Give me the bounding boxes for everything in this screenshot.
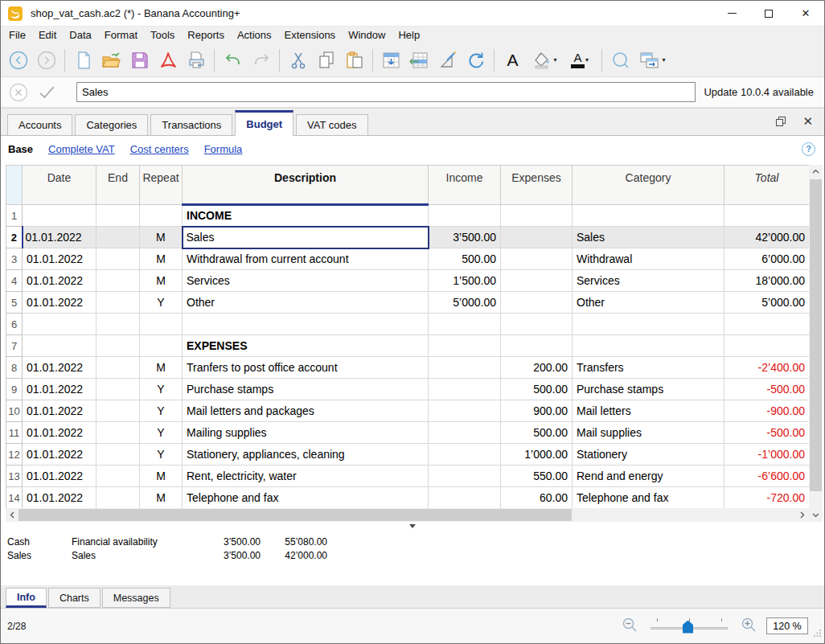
back-icon[interactable] [4,47,32,74]
fill-color-icon[interactable]: ▾ [527,47,562,74]
close-panel-icon[interactable]: ✕ [802,115,813,127]
scroll-right-icon[interactable] [796,508,809,522]
scroll-up-icon[interactable] [809,165,823,178]
cell-desc[interactable]: Rent, electricity, water [183,466,429,487]
cell-repeat[interactable]: M [140,248,183,270]
accept-icon[interactable] [36,82,57,103]
cell-income[interactable]: 3’500.00 [429,227,501,248]
cell-income[interactable]: 5’000.00 [429,292,501,314]
cell-end[interactable] [96,248,140,270]
zoom-out-icon[interactable] [622,617,638,636]
help-icon[interactable]: ? [802,142,815,156]
cell-num[interactable]: 14 [6,487,23,509]
cell-category[interactable]: Rend and energy [573,466,724,487]
cell-total[interactable]: 5’000.00 [724,292,810,314]
cell-date[interactable]: 01.01.2022 [23,357,96,379]
cell-category[interactable]: Transfers [573,357,724,379]
menu-item-file[interactable]: File [2,27,32,43]
subtab-base[interactable]: Base [8,143,33,155]
cell-category[interactable] [573,314,724,335]
cell-income[interactable]: 1’500.00 [429,270,501,292]
subtab-cost-centers[interactable]: Cost centers [130,143,189,155]
cell-total[interactable]: 6’000.00 [724,248,810,270]
cell-expenses[interactable]: 500.00 [501,422,573,444]
column-header-end[interactable]: End [96,166,140,205]
cell-end[interactable] [96,400,140,422]
table-row[interactable]: 1401.01.2022MTelephone and fax60.00Telep… [6,487,810,509]
column-header-expenses[interactable]: Expenses [501,166,573,205]
cell-income[interactable] [429,205,501,227]
cell-category[interactable]: Sales [573,227,724,248]
new-file-icon[interactable] [69,47,97,74]
cell-end[interactable] [96,357,140,379]
cell-total[interactable]: -900.00 [724,400,810,422]
menu-item-tools[interactable]: Tools [144,27,181,43]
cell-income[interactable] [429,335,501,357]
cell-expenses[interactable] [501,270,573,292]
zoom-value[interactable]: 120 % [766,617,808,634]
cell-end[interactable] [96,444,140,466]
panel-splitter[interactable] [1,522,824,530]
cell-repeat[interactable]: Y [140,422,183,444]
cell-num[interactable]: 13 [6,466,23,487]
menu-item-data[interactable]: Data [63,27,97,43]
cell-end[interactable] [96,335,140,357]
cell-category[interactable]: Other [573,292,724,314]
cell-expenses[interactable]: 60.00 [501,487,573,509]
column-header-date[interactable]: Date [23,166,96,205]
cell-edit-input[interactable] [76,82,696,102]
cell-expenses[interactable] [501,205,573,227]
vertical-scroll-thumb[interactable] [810,179,822,491]
table-row[interactable]: 6 [6,314,810,335]
cell-repeat[interactable]: Y [140,400,183,422]
search-icon[interactable] [606,47,634,74]
window-panels-icon[interactable]: ▾ [634,47,670,74]
table-row[interactable]: 401.01.2022MServices1’500.00Services18’0… [6,270,810,292]
cell-repeat[interactable]: M [140,270,183,292]
cell-desc[interactable]: Purchase stamps [183,379,429,400]
table-row[interactable]: 501.01.2022YOther5’000.00Other5’000.00 [6,292,810,314]
cell-desc[interactable] [183,314,429,335]
cell-category[interactable] [573,205,724,227]
cell-total[interactable] [724,314,810,335]
cell-expenses[interactable] [501,335,573,357]
cell-end[interactable] [96,466,140,487]
cell-desc[interactable]: Mail letters and packages [183,400,429,422]
tab-accounts[interactable]: Accounts [7,114,72,135]
cell-num[interactable]: 6 [6,314,23,335]
cell-num[interactable]: 2 [6,227,23,248]
tab-budget[interactable]: Budget [235,110,293,136]
cell-income[interactable] [429,466,501,487]
cell-income[interactable] [429,357,501,379]
cell-date[interactable]: 01.01.2022 [23,466,96,487]
float-panel-icon[interactable] [776,117,786,126]
cell-desc[interactable]: Stationery, appliances, cleaning [183,444,429,466]
cell-repeat[interactable]: M [140,227,183,248]
cell-end[interactable] [96,205,140,227]
cell-end[interactable] [96,422,140,444]
cell-date[interactable] [23,335,96,357]
menu-item-reports[interactable]: Reports [181,27,231,43]
menu-item-format[interactable]: Format [98,27,144,43]
cell-expenses[interactable]: 550.00 [501,466,573,487]
print-icon[interactable] [182,47,210,74]
table-row[interactable]: 1001.01.2022YMail letters and packages90… [6,400,810,422]
cell-end[interactable] [96,227,140,248]
cell-income[interactable] [429,400,501,422]
cell-desc[interactable]: Withdrawal from current account [183,248,429,270]
cell-num[interactable]: 1 [6,205,23,227]
cell-date[interactable]: 01.01.2022 [23,227,96,248]
table-row[interactable]: 1INCOME [6,205,810,227]
cell-end[interactable] [96,270,140,292]
column-header-repeat[interactable]: Repeat [140,166,183,205]
table-insert-rows-icon[interactable] [377,47,405,74]
text-color-icon[interactable]: A▾ [562,47,597,74]
cell-total[interactable]: -6’600.00 [724,466,810,487]
table-row[interactable]: 901.01.2022YPurchase stamps500.00Purchas… [6,379,810,400]
cell-total[interactable]: -720.00 [724,487,810,509]
cell-category[interactable]: Services [573,270,724,292]
save-icon[interactable] [125,47,154,74]
cell-date[interactable]: 01.01.2022 [23,379,96,400]
cell-repeat[interactable]: M [140,357,183,379]
cell-desc[interactable]: Telephone and fax [183,487,429,509]
